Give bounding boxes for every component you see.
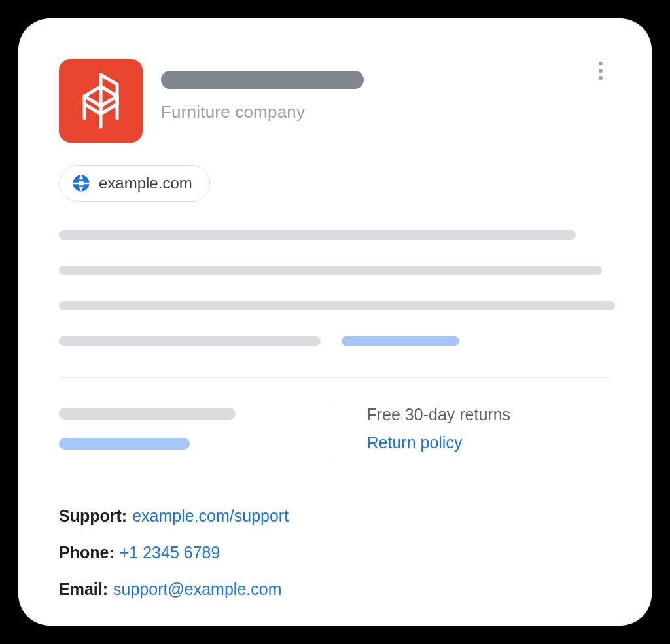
phone-link[interactable]: +1 2345 6789: [120, 536, 220, 569]
brand-logo: [59, 59, 143, 143]
description-link-row: [59, 336, 611, 346]
email-label: Email:: [59, 573, 108, 605]
info-left-column: [59, 405, 304, 465]
description-line-placeholder: [59, 266, 602, 275]
dot-icon: [599, 69, 603, 73]
website-chip-text: example.com: [99, 174, 192, 192]
description-line-placeholder: [59, 230, 576, 240]
more-options-button[interactable]: [593, 59, 608, 82]
returns-text: Free 30-day returns: [367, 405, 612, 424]
phone-label: Phone:: [59, 536, 115, 569]
dot-icon: [599, 76, 603, 80]
description-line-placeholder: [59, 336, 321, 346]
dot-icon: [599, 62, 603, 65]
info-right-column: Free 30-day returns Return policy: [357, 405, 612, 465]
info-row: Free 30-day returns Return policy: [59, 405, 611, 465]
description-line-placeholder: [59, 301, 615, 310]
email-line: Email: support@example.com: [59, 573, 611, 605]
title-block: Furniture company: [161, 59, 611, 122]
header-row: Furniture company: [59, 59, 611, 143]
title-placeholder: [161, 71, 364, 89]
phone-line: Phone: +1 2345 6789: [59, 536, 611, 569]
info-link-placeholder: [59, 438, 190, 450]
knowledge-panel-card: Furniture company example.com: [18, 18, 652, 626]
website-chip[interactable]: example.com: [59, 165, 210, 202]
support-line: Support: example.com/support: [59, 499, 611, 532]
info-line-placeholder: [59, 408, 236, 420]
contact-block: Support: example.com/support Phone: +1 2…: [59, 499, 611, 605]
globe-icon: [71, 173, 91, 193]
support-label: Support:: [59, 499, 127, 532]
vertical-divider: [330, 405, 330, 465]
description-link-placeholder: [342, 336, 459, 346]
return-policy-link[interactable]: Return policy: [367, 433, 612, 452]
support-link[interactable]: example.com/support: [132, 499, 289, 532]
subtitle: Furniture company: [161, 102, 611, 122]
chair-icon: [78, 71, 124, 130]
description-placeholder-block: [59, 230, 611, 346]
section-divider: [59, 377, 611, 378]
email-link[interactable]: support@example.com: [113, 573, 281, 605]
